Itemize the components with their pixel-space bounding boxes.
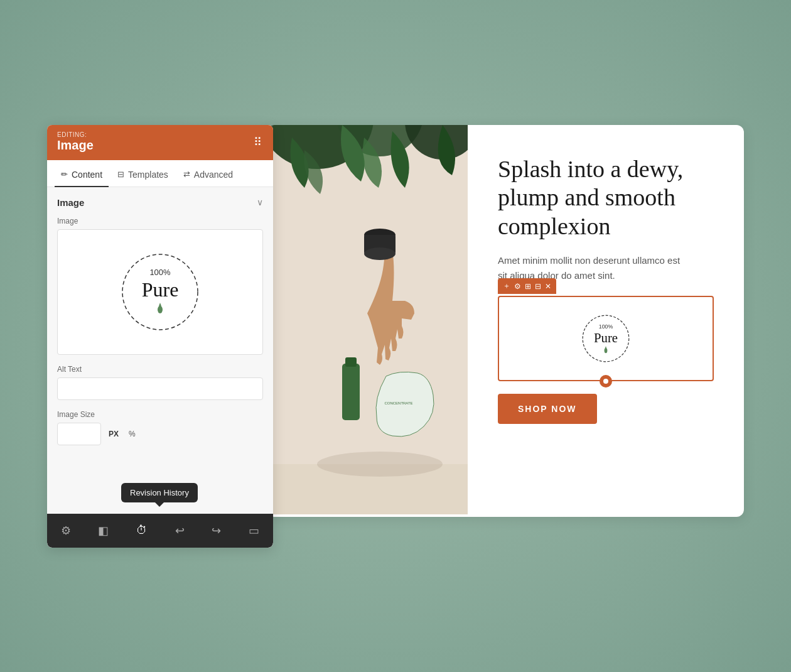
unit-percent-button[interactable]: %: [126, 428, 138, 440]
svg-text:100%: 100%: [149, 268, 171, 277]
alt-text-label: Alt Text: [57, 365, 263, 374]
panel-tabs: ✏ Content ⊟ Templates ⇄ Advanced: [47, 160, 273, 187]
undo-toolbar-icon[interactable]: ↩: [170, 521, 190, 540]
svg-text:Pure: Pure: [594, 331, 618, 345]
canvas-photo-area: CONCENTRATE: [267, 125, 468, 517]
panel-body: Image ∨ Image 100% Pure: [47, 187, 273, 514]
canvas-headline: Splash into a dewy, plump and smooth com…: [498, 155, 714, 241]
section-header: Image ∨: [57, 197, 263, 208]
chevron-down-icon[interactable]: ∨: [257, 197, 263, 207]
revision-toolbar-icon[interactable]: ⏱: [131, 521, 153, 539]
template-icon: ⊟: [117, 170, 124, 179]
svg-text:100%: 100%: [599, 323, 613, 330]
widget-add-icon[interactable]: ＋: [503, 281, 510, 291]
panel-header: EDITING: Image ⠿: [47, 125, 273, 160]
pencil-icon: ✏: [61, 170, 68, 179]
unit-px-button[interactable]: PX: [106, 428, 121, 440]
image-size-label: Image Size: [57, 410, 263, 419]
editing-title: Image: [57, 138, 94, 153]
layers-toolbar-icon[interactable]: ◧: [93, 521, 114, 540]
cosmetics-photo: CONCENTRATE: [267, 125, 468, 517]
shop-now-button[interactable]: SHOP NOW: [498, 394, 597, 424]
svg-point-10: [364, 247, 396, 260]
svg-point-3: [158, 306, 163, 313]
resize-handle[interactable]: [600, 375, 612, 387]
page-canvas: CONCENTRATE Splash into a dewy, plump an…: [267, 125, 744, 517]
pure-logo-small: 100% Pure: [581, 313, 631, 364]
widget-remove-icon[interactable]: ✕: [545, 282, 551, 291]
revision-history-tooltip: Revision History: [121, 483, 198, 502]
more-options-icon[interactable]: ⠿: [254, 135, 263, 149]
advanced-icon: ⇄: [183, 170, 190, 179]
image-field-label: Image: [57, 217, 263, 225]
image-widget-wrapper: ＋ ⚙ ⊞ ⊟ ✕ 100% Pure: [498, 296, 714, 381]
pure-logo-large: 100% Pure: [119, 251, 201, 333]
widget-template-icon[interactable]: ⊟: [535, 282, 541, 291]
image-preview[interactable]: 100% Pure: [57, 229, 263, 355]
svg-point-19: [605, 348, 608, 353]
tab-advanced[interactable]: ⇄ Advanced: [177, 161, 239, 187]
panel-header-text: EDITING: Image: [57, 131, 94, 153]
settings-toolbar-icon[interactable]: ⚙: [56, 521, 76, 540]
svg-text:Pure: Pure: [142, 278, 179, 301]
widget-duplicate-icon[interactable]: ⊞: [525, 282, 531, 291]
image-widget[interactable]: 100% Pure: [498, 296, 714, 381]
tab-content[interactable]: ✏ Content: [55, 161, 109, 187]
editing-label: EDITING:: [57, 131, 94, 138]
mobile-toolbar-icon[interactable]: ▭: [244, 521, 264, 540]
svg-rect-12: [345, 357, 357, 367]
tab-templates[interactable]: ⊟ Templates: [111, 161, 175, 187]
svg-point-15: [317, 452, 443, 477]
editor-panel: EDITING: Image ⠿ ✏ Content ⊟ Templates ⇄…: [47, 125, 273, 548]
image-size-field-group: Image Size PX %: [57, 410, 263, 445]
bottom-toolbar: ⚙ ◧ ⏱ ↩ ↪ ▭: [47, 514, 273, 548]
image-widget-inner: 100% Pure: [509, 307, 702, 370]
size-row: PX %: [57, 423, 263, 445]
alt-text-input[interactable]: [57, 377, 263, 400]
svg-text:CONCENTRATE: CONCENTRATE: [384, 401, 412, 405]
widget-settings-icon[interactable]: ⚙: [514, 282, 521, 291]
alt-text-field-group: Alt Text: [57, 365, 263, 400]
redo-toolbar-icon[interactable]: ↪: [207, 521, 226, 540]
section-title: Image: [57, 197, 84, 208]
image-field-group: Image 100% Pure: [57, 217, 263, 355]
widget-toolbar: ＋ ⚙ ⊞ ⊟ ✕: [498, 278, 556, 294]
size-input[interactable]: [57, 423, 101, 445]
photo-svg: CONCENTRATE: [267, 125, 468, 514]
svg-rect-11: [342, 364, 360, 420]
resize-handle-inner: [603, 379, 608, 384]
canvas-text-area: Splash into a dewy, plump and smooth com…: [468, 125, 744, 517]
